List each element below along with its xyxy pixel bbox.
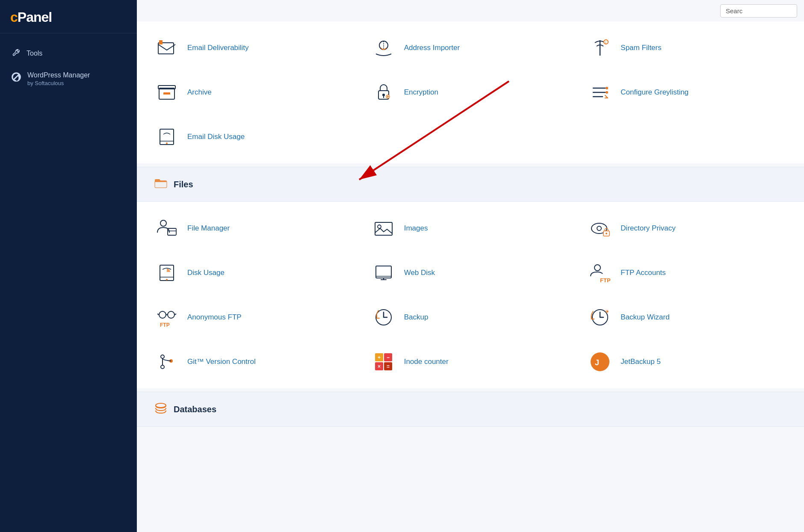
svg-rect-9 — [163, 92, 170, 95]
jetbackup-icon: J — [587, 349, 613, 375]
directory-privacy-item[interactable]: Directory Privacy — [579, 206, 795, 251]
git-version-control-item[interactable]: Git™ Version Control — [145, 340, 362, 384]
backup-wizard-label: Backup Wizard — [621, 313, 669, 322]
backup-item[interactable]: Backup — [362, 295, 579, 340]
content-area: Email Deliverability Address Importer — [137, 0, 804, 427]
svg-text:−: − — [387, 355, 390, 361]
directory-privacy-icon — [587, 216, 613, 241]
address-importer-item[interactable]: Address Importer — [362, 26, 579, 70]
sidebar-item-wordpress-manager[interactable]: WordPress Manager by Softaculous — [0, 65, 137, 93]
wordpress-manager-sublabel: by Softaculous — [27, 80, 90, 87]
sidebar-item-tools[interactable]: Tools — [0, 42, 137, 65]
files-section-title: Files — [174, 180, 193, 189]
web-disk-icon — [371, 260, 396, 286]
svg-text:J: J — [595, 358, 599, 367]
backup-wizard-item[interactable]: ✦ Backup Wizard — [579, 295, 795, 340]
directory-privacy-label: Directory Privacy — [621, 224, 675, 233]
disk-usage-item[interactable]: Disk Usage — [145, 251, 362, 295]
encryption-label: Encryption — [404, 88, 438, 97]
svg-point-64 — [591, 352, 609, 371]
svg-point-31 — [606, 233, 607, 234]
svg-point-27 — [378, 225, 381, 228]
databases-section: Databases — [137, 392, 804, 427]
svg-point-11 — [382, 94, 385, 96]
backup-icon — [371, 304, 396, 330]
disk-usage-label: Disk Usage — [187, 269, 225, 277]
encryption-item[interactable]: Encryption — [362, 70, 579, 115]
file-manager-label: File Manager — [187, 224, 230, 233]
svg-point-66 — [156, 403, 166, 408]
svg-rect-20 — [160, 129, 174, 145]
anonymous-ftp-label: Anonymous FTP — [187, 313, 242, 322]
email-items-grid: Email Deliverability Address Importer — [137, 21, 804, 163]
svg-point-29 — [597, 226, 601, 231]
folder-icon — [154, 177, 168, 192]
inode-counter-icon: + − × = — [371, 349, 396, 375]
svg-point-42 — [168, 311, 174, 318]
files-items-grid: File Manager Images — [137, 202, 804, 388]
svg-rect-2 — [159, 40, 163, 44]
svg-point-23 — [160, 220, 166, 226]
svg-text:FTP: FTP — [160, 322, 170, 328]
archive-item[interactable]: Archive — [145, 70, 362, 115]
svg-point-41 — [159, 311, 166, 318]
images-icon — [371, 216, 396, 241]
svg-text:+: + — [378, 355, 381, 361]
file-manager-item[interactable]: File Manager — [145, 206, 362, 251]
svg-rect-32 — [160, 265, 174, 281]
anonymous-ftp-icon: FTP — [154, 304, 180, 330]
images-item[interactable]: Images — [362, 206, 579, 251]
sidebar-nav: Tools WordPress Manager by Softaculous — [0, 33, 137, 102]
cpanel-logo-text: cPanel — [10, 9, 127, 25]
archive-label: Archive — [187, 88, 212, 97]
configure-greylisting-item[interactable]: Configure Greylisting — [579, 70, 795, 115]
svg-point-52 — [161, 365, 164, 369]
email-disk-usage-item[interactable]: Email Disk Usage — [145, 115, 362, 159]
disk-usage-icon — [154, 260, 180, 286]
configure-greylisting-label: Configure Greylisting — [621, 88, 689, 97]
wordpress-icon — [11, 72, 21, 85]
email-deliverability-icon — [154, 35, 180, 61]
email-disk-usage-label: Email Disk Usage — [187, 133, 245, 141]
inode-counter-label: Inode counter — [404, 358, 449, 366]
encryption-icon — [371, 80, 396, 105]
svg-point-16 — [606, 87, 608, 89]
svg-point-39 — [594, 265, 600, 271]
databases-icon — [154, 402, 168, 417]
ftp-accounts-item[interactable]: FTP FTP Accounts — [579, 251, 795, 295]
svg-text:=: = — [387, 364, 390, 369]
svg-point-51 — [161, 355, 164, 358]
sidebar-item-tools-label: Tools — [27, 50, 42, 57]
backup-label: Backup — [404, 313, 429, 322]
web-disk-label: Web Disk — [404, 269, 435, 277]
spam-filters-item[interactable]: ! Spam Filters — [579, 26, 795, 70]
web-disk-item[interactable]: Web Disk — [362, 251, 579, 295]
address-importer-label: Address Importer — [404, 44, 460, 52]
file-manager-icon — [154, 216, 180, 241]
spam-filters-icon: ! — [587, 35, 613, 61]
backup-wizard-icon: ✦ — [587, 304, 613, 330]
inode-counter-item[interactable]: + − × = Inode counter — [362, 340, 579, 384]
email-deliverability-item[interactable]: Email Deliverability — [145, 26, 362, 70]
top-bar — [713, 0, 804, 22]
email-deliverability-label: Email Deliverability — [187, 44, 249, 52]
anonymous-ftp-item[interactable]: FTP Anonymous FTP — [145, 295, 362, 340]
sidebar-logo: cPanel — [0, 0, 137, 33]
spam-filters-label: Spam Filters — [621, 44, 661, 52]
svg-text:FTP: FTP — [600, 277, 611, 284]
email-disk-usage-icon — [154, 124, 180, 150]
tools-icon — [11, 48, 21, 59]
jetbackup-5-item[interactable]: J JetBackup 5 — [579, 340, 795, 384]
email-section-partial: Email Deliverability Address Importer — [137, 21, 804, 163]
files-section: Files File Manager — [137, 167, 804, 388]
main-content: Email Deliverability Address Importer — [137, 0, 804, 532]
svg-point-22 — [166, 142, 168, 144]
wordpress-manager-label: WordPress Manager — [27, 71, 90, 80]
ftp-accounts-label: FTP Accounts — [621, 269, 666, 277]
search-input[interactable] — [720, 4, 797, 18]
svg-text:×: × — [378, 364, 381, 369]
svg-point-18 — [606, 91, 608, 94]
databases-section-title: Databases — [174, 405, 216, 414]
configure-greylisting-icon — [587, 80, 613, 105]
svg-text:✦: ✦ — [606, 309, 609, 314]
